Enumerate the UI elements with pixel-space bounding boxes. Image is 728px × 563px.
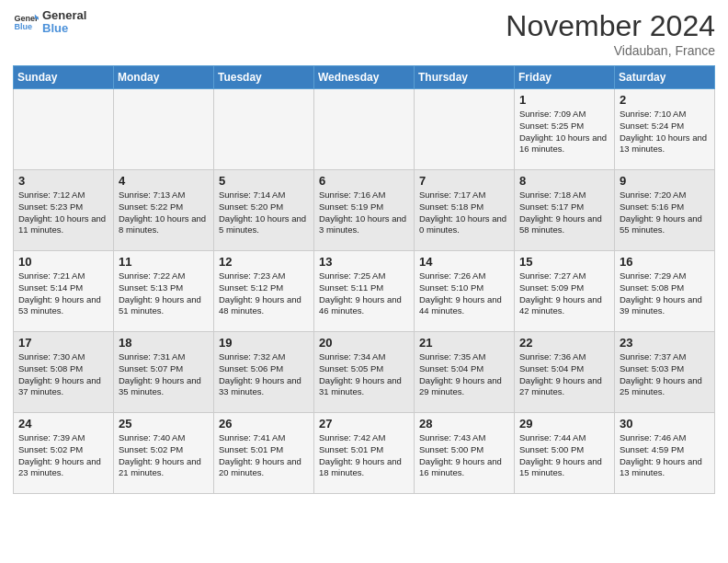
day-number: 21 xyxy=(419,336,509,350)
day-info: Sunrise: 7:17 AM Sunset: 5:18 PM Dayligh… xyxy=(419,190,509,236)
day-info: Sunrise: 7:09 AM Sunset: 5:25 PM Dayligh… xyxy=(519,109,609,155)
day-number: 9 xyxy=(620,174,710,188)
day-info: Sunrise: 7:36 AM Sunset: 5:04 PM Dayligh… xyxy=(519,351,609,398)
day-cell: 29Sunrise: 7:44 AM Sunset: 5:00 PM Dayli… xyxy=(515,413,615,494)
day-info: Sunrise: 7:10 AM Sunset: 5:24 PM Dayligh… xyxy=(620,109,710,155)
week-row-1: 3Sunrise: 7:12 AM Sunset: 5:23 PM Daylig… xyxy=(14,170,715,251)
day-cell: 3Sunrise: 7:12 AM Sunset: 5:23 PM Daylig… xyxy=(14,170,114,251)
day-cell: 9Sunrise: 7:20 AM Sunset: 5:16 PM Daylig… xyxy=(615,170,715,251)
day-info: Sunrise: 7:21 AM Sunset: 5:14 PM Dayligh… xyxy=(18,270,108,317)
day-number: 10 xyxy=(18,255,108,269)
day-info: Sunrise: 7:37 AM Sunset: 5:03 PM Dayligh… xyxy=(620,351,710,398)
day-cell: 6Sunrise: 7:16 AM Sunset: 5:19 PM Daylig… xyxy=(314,170,415,251)
location: Vidauban, France xyxy=(506,43,715,58)
day-cell: 28Sunrise: 7:43 AM Sunset: 5:00 PM Dayli… xyxy=(415,413,515,494)
day-cell xyxy=(114,89,214,170)
day-cell: 11Sunrise: 7:22 AM Sunset: 5:13 PM Dayli… xyxy=(114,251,214,332)
day-number: 8 xyxy=(519,174,609,188)
day-cell: 19Sunrise: 7:32 AM Sunset: 5:06 PM Dayli… xyxy=(214,332,314,413)
day-cell: 25Sunrise: 7:40 AM Sunset: 5:02 PM Dayli… xyxy=(114,413,214,494)
day-number: 28 xyxy=(419,417,509,431)
week-row-2: 10Sunrise: 7:21 AM Sunset: 5:14 PM Dayli… xyxy=(14,251,715,332)
day-info: Sunrise: 7:39 AM Sunset: 5:02 PM Dayligh… xyxy=(18,432,108,479)
day-number: 27 xyxy=(319,417,409,431)
calendar-table: SundayMondayTuesdayWednesdayThursdayFrid… xyxy=(13,65,715,494)
header-sunday: Sunday xyxy=(14,66,114,89)
day-number: 2 xyxy=(620,93,710,107)
header-wednesday: Wednesday xyxy=(314,66,415,89)
day-cell: 10Sunrise: 7:21 AM Sunset: 5:14 PM Dayli… xyxy=(14,251,114,332)
day-cell: 26Sunrise: 7:41 AM Sunset: 5:01 PM Dayli… xyxy=(214,413,314,494)
logo-icon: General Blue xyxy=(13,9,39,35)
day-cell: 7Sunrise: 7:17 AM Sunset: 5:18 PM Daylig… xyxy=(415,170,515,251)
day-number: 17 xyxy=(18,336,108,350)
header-monday: Monday xyxy=(114,66,214,89)
day-cell xyxy=(314,89,415,170)
day-info: Sunrise: 7:42 AM Sunset: 5:01 PM Dayligh… xyxy=(319,432,409,479)
day-info: Sunrise: 7:31 AM Sunset: 5:07 PM Dayligh… xyxy=(119,351,209,398)
day-number: 16 xyxy=(620,255,710,269)
day-info: Sunrise: 7:34 AM Sunset: 5:05 PM Dayligh… xyxy=(319,351,409,398)
day-number: 7 xyxy=(419,174,509,188)
day-number: 25 xyxy=(119,417,209,431)
day-number: 13 xyxy=(319,255,409,269)
day-number: 1 xyxy=(519,93,609,107)
day-info: Sunrise: 7:25 AM Sunset: 5:11 PM Dayligh… xyxy=(319,270,409,317)
day-number: 29 xyxy=(519,417,609,431)
day-number: 23 xyxy=(620,336,710,350)
day-cell: 13Sunrise: 7:25 AM Sunset: 5:11 PM Dayli… xyxy=(314,251,415,332)
header-row: SundayMondayTuesdayWednesdayThursdayFrid… xyxy=(14,66,715,89)
logo: General Blue General Blue xyxy=(13,9,86,36)
title-block: November 2024 Vidauban, France xyxy=(506,9,715,58)
day-info: Sunrise: 7:40 AM Sunset: 5:02 PM Dayligh… xyxy=(119,432,209,479)
day-info: Sunrise: 7:41 AM Sunset: 5:01 PM Dayligh… xyxy=(219,432,309,479)
day-cell: 21Sunrise: 7:35 AM Sunset: 5:04 PM Dayli… xyxy=(415,332,515,413)
header-tuesday: Tuesday xyxy=(214,66,314,89)
week-row-0: 1Sunrise: 7:09 AM Sunset: 5:25 PM Daylig… xyxy=(14,89,715,170)
day-cell: 30Sunrise: 7:46 AM Sunset: 4:59 PM Dayli… xyxy=(615,413,715,494)
day-number: 24 xyxy=(18,417,108,431)
page-header: General Blue General Blue November 2024 … xyxy=(13,9,715,58)
day-number: 4 xyxy=(119,174,209,188)
day-info: Sunrise: 7:14 AM Sunset: 5:20 PM Dayligh… xyxy=(219,190,309,236)
day-cell xyxy=(14,89,114,170)
week-row-4: 24Sunrise: 7:39 AM Sunset: 5:02 PM Dayli… xyxy=(14,413,715,494)
day-cell: 5Sunrise: 7:14 AM Sunset: 5:20 PM Daylig… xyxy=(214,170,314,251)
day-info: Sunrise: 7:20 AM Sunset: 5:16 PM Dayligh… xyxy=(620,190,710,236)
day-cell: 2Sunrise: 7:10 AM Sunset: 5:24 PM Daylig… xyxy=(615,89,715,170)
day-number: 18 xyxy=(119,336,209,350)
svg-text:Blue: Blue xyxy=(14,23,32,32)
day-info: Sunrise: 7:18 AM Sunset: 5:17 PM Dayligh… xyxy=(519,190,609,236)
day-number: 30 xyxy=(620,417,710,431)
logo-blue: Blue xyxy=(42,22,86,35)
day-info: Sunrise: 7:22 AM Sunset: 5:13 PM Dayligh… xyxy=(119,270,209,317)
day-number: 11 xyxy=(119,255,209,269)
day-cell: 8Sunrise: 7:18 AM Sunset: 5:17 PM Daylig… xyxy=(515,170,615,251)
day-number: 26 xyxy=(219,417,309,431)
day-cell: 17Sunrise: 7:30 AM Sunset: 5:08 PM Dayli… xyxy=(14,332,114,413)
day-cell: 27Sunrise: 7:42 AM Sunset: 5:01 PM Dayli… xyxy=(314,413,415,494)
day-info: Sunrise: 7:16 AM Sunset: 5:19 PM Dayligh… xyxy=(319,190,409,236)
day-number: 14 xyxy=(419,255,509,269)
day-cell xyxy=(415,89,515,170)
month-title: November 2024 xyxy=(506,9,715,43)
logo-general: General xyxy=(42,9,86,22)
page-container: General Blue General Blue November 2024 … xyxy=(0,0,728,507)
day-info: Sunrise: 7:32 AM Sunset: 5:06 PM Dayligh… xyxy=(219,351,309,398)
day-number: 22 xyxy=(519,336,609,350)
day-cell: 15Sunrise: 7:27 AM Sunset: 5:09 PM Dayli… xyxy=(515,251,615,332)
day-info: Sunrise: 7:13 AM Sunset: 5:22 PM Dayligh… xyxy=(119,190,209,236)
day-cell: 14Sunrise: 7:26 AM Sunset: 5:10 PM Dayli… xyxy=(415,251,515,332)
day-number: 3 xyxy=(18,174,108,188)
header-thursday: Thursday xyxy=(415,66,515,89)
day-cell: 1Sunrise: 7:09 AM Sunset: 5:25 PM Daylig… xyxy=(515,89,615,170)
day-number: 5 xyxy=(219,174,309,188)
day-info: Sunrise: 7:46 AM Sunset: 4:59 PM Dayligh… xyxy=(620,432,710,479)
week-row-3: 17Sunrise: 7:30 AM Sunset: 5:08 PM Dayli… xyxy=(14,332,715,413)
day-cell: 4Sunrise: 7:13 AM Sunset: 5:22 PM Daylig… xyxy=(114,170,214,251)
day-cell: 16Sunrise: 7:29 AM Sunset: 5:08 PM Dayli… xyxy=(615,251,715,332)
header-friday: Friday xyxy=(515,66,615,89)
day-cell: 18Sunrise: 7:31 AM Sunset: 5:07 PM Dayli… xyxy=(114,332,214,413)
day-number: 20 xyxy=(319,336,409,350)
day-info: Sunrise: 7:23 AM Sunset: 5:12 PM Dayligh… xyxy=(219,270,309,317)
